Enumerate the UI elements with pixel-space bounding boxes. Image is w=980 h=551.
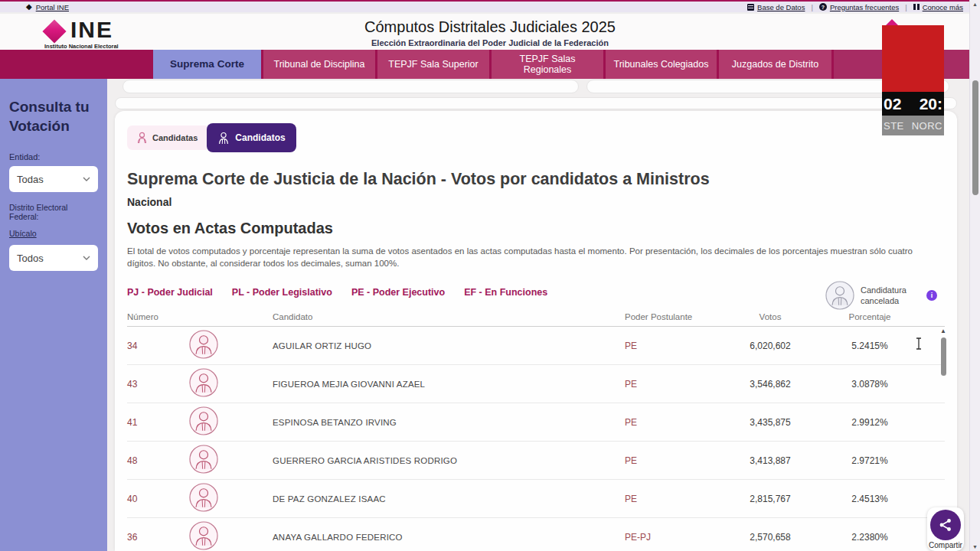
portal-diamond-icon: ◆ bbox=[26, 3, 32, 11]
row-numero: 34 bbox=[127, 341, 158, 351]
row-numero: 41 bbox=[127, 417, 158, 428]
table-header-row: Número Candidato Poder Postulante Votos … bbox=[127, 307, 945, 327]
conoce-mas-label[interactable]: Conoce más bbox=[923, 3, 963, 11]
share-widget: Compartir bbox=[927, 507, 964, 551]
tab-tepjf-sala-superior[interactable]: TEPJF Sala Superior bbox=[377, 50, 489, 79]
page-title: Suprema Corte de Justicia de la Nación -… bbox=[127, 170, 945, 189]
base-de-datos-label[interactable]: Base de Datos bbox=[757, 3, 805, 11]
row-candidato: ESPINOSA BETANZO IRVING bbox=[273, 418, 617, 427]
table-scrollbar[interactable] bbox=[941, 337, 946, 376]
main-nav: Suprema Corte Tribunal de Disciplina TEP… bbox=[0, 50, 980, 79]
entidad-label: Entidad: bbox=[9, 152, 98, 161]
row-poder: PE-PJ bbox=[617, 532, 717, 543]
row-votos: 6,020,602 bbox=[717, 341, 824, 351]
table-row[interactable]: 41 ESPINOSA BETANZO IRVING PE 3,435,875 … bbox=[127, 403, 945, 442]
site-subtitle: Elección Extraordinaria del Poder Judici… bbox=[0, 38, 980, 47]
separator: | bbox=[905, 3, 906, 11]
preguntas-frecuentes-link[interactable]: ? Preguntas frecuentes bbox=[819, 3, 899, 11]
partial-card bbox=[122, 80, 579, 93]
row-candidato: AGUILAR ORTIZ HUGO bbox=[273, 341, 617, 350]
female-person-icon bbox=[136, 132, 148, 144]
page-scrollbar-thumb[interactable] bbox=[972, 80, 978, 195]
table-row[interactable]: 40 DE PAZ GONZALEZ ISAAC PE 2,815,767 2.… bbox=[127, 480, 945, 518]
row-porcentaje: 2.2380% bbox=[824, 532, 916, 543]
ticker-triangle-icon bbox=[886, 19, 898, 25]
share-button[interactable] bbox=[930, 510, 961, 540]
ine-logo-subtext: Instituto Nacional Electoral bbox=[44, 43, 119, 50]
candidate-avatar-icon bbox=[189, 483, 218, 512]
top-utility-bar: ◆ Portal INE Base de Datos | ? Preguntas… bbox=[0, 0, 980, 12]
entidad-value: Todas bbox=[17, 174, 44, 185]
tab-juzgados-distrito[interactable]: Juzgados de Distrito bbox=[719, 50, 831, 79]
page-header: INE Instituto Nacional Electoral Cómputo… bbox=[0, 14, 980, 50]
col-votos: Votos bbox=[717, 312, 824, 321]
scope-label: Nacional bbox=[127, 196, 945, 208]
video-icon bbox=[913, 4, 920, 10]
row-candidato: GUERRERO GARCIA ARISTIDES RODRIGO bbox=[273, 456, 617, 465]
table-row[interactable]: 34 AGUILAR ORTIZ HUGO PE 6,020,602 5.241… bbox=[127, 327, 945, 365]
portal-ine-link[interactable]: ◆ Portal INE bbox=[26, 3, 69, 11]
distrito-value: Todos bbox=[17, 253, 44, 264]
candidatos-label: Candidatos bbox=[235, 132, 285, 143]
candidatas-button[interactable]: Candidatas bbox=[127, 126, 207, 150]
row-numero: 36 bbox=[127, 532, 158, 543]
table-row[interactable]: 48 GUERRERO GARCIA ARISTIDES RODRIGO PE … bbox=[127, 442, 945, 480]
share-icon bbox=[938, 517, 953, 533]
candidate-avatar-icon bbox=[189, 368, 218, 397]
site-title: Cómputos Distritales Judiciales 2025 bbox=[0, 18, 980, 36]
info-icon[interactable]: i bbox=[926, 290, 937, 301]
row-numero: 43 bbox=[127, 379, 158, 390]
row-poder: PE bbox=[617, 455, 717, 466]
preguntas-frecuentes-label[interactable]: Preguntas frecuentes bbox=[830, 3, 899, 11]
gender-toggle: Candidatas Candidatos bbox=[127, 122, 945, 153]
row-numero: 40 bbox=[127, 494, 158, 504]
poder-legend: PJ - Poder Judicial PL - Poder Legislati… bbox=[127, 287, 945, 298]
partial-card bbox=[115, 97, 957, 109]
row-porcentaje: 2.4513% bbox=[824, 494, 916, 504]
row-poder: PE bbox=[617, 417, 717, 428]
row-candidato: ANAYA GALLARDO FEDERICO bbox=[273, 533, 617, 542]
cancelled-candidacy-badge: Candidatura cancelada i bbox=[825, 281, 937, 310]
ticker-region-left: STE bbox=[884, 120, 904, 132]
ticker-region-right: NORC bbox=[912, 120, 942, 132]
legend-pj: PJ - Poder Judicial bbox=[127, 287, 213, 298]
candidate-avatar-icon bbox=[189, 406, 218, 435]
tab-tribunal-disciplina[interactable]: Tribunal de Disciplina bbox=[263, 50, 375, 79]
row-candidato: FIGUEROA MEJIA GIOVANNI AZAEL bbox=[273, 380, 617, 389]
row-candidato: DE PAZ GONZALEZ ISAAC bbox=[273, 494, 617, 504]
table-row[interactable]: 43 FIGUEROA MEJIA GIOVANNI AZAEL PE 3,54… bbox=[127, 365, 945, 403]
row-poder: PE bbox=[617, 341, 717, 351]
distrito-select[interactable]: Todos bbox=[9, 245, 98, 271]
description-text: El total de votos computados y porcentaj… bbox=[127, 245, 943, 269]
row-votos: 2,815,767 bbox=[717, 494, 824, 504]
col-numero: Número bbox=[127, 312, 158, 321]
row-porcentaje: 2.9912% bbox=[824, 417, 916, 428]
tab-suprema-corte[interactable]: Suprema Corte bbox=[153, 50, 261, 79]
base-de-datos-link[interactable]: Base de Datos bbox=[747, 3, 805, 11]
row-porcentaje: 3.0878% bbox=[824, 379, 916, 390]
ubicalo-link[interactable]: Ubícalo bbox=[9, 229, 37, 238]
candidatas-label: Candidatas bbox=[152, 133, 198, 142]
main-content-area: Candidatas Candidatos Suprema Corte de J… bbox=[107, 79, 969, 551]
candidatos-button[interactable]: Candidatos bbox=[207, 123, 296, 152]
ticker-region-row: STE NORC bbox=[882, 116, 944, 135]
tab-tribunales-colegiados[interactable]: Tribunales Colegiados bbox=[606, 50, 717, 79]
ticker-value-left: 02 bbox=[884, 95, 901, 113]
candidate-avatar-icon bbox=[189, 521, 218, 550]
legend-ef: EF - En Funciones bbox=[464, 287, 547, 298]
row-votos: 3,413,887 bbox=[717, 455, 824, 466]
scroll-down-icon[interactable]: ▼ bbox=[972, 544, 978, 549]
portal-ine-link-label[interactable]: Portal INE bbox=[36, 3, 69, 11]
table-scroll-up-icon[interactable]: ▲ bbox=[940, 328, 946, 334]
male-person-icon bbox=[217, 132, 230, 145]
page-scrollbar[interactable]: ▲ ▼ bbox=[969, 0, 980, 551]
database-icon bbox=[747, 4, 754, 11]
scroll-up-icon[interactable]: ▲ bbox=[972, 2, 978, 7]
table-row[interactable]: 36 ANAYA GALLARDO FEDERICO PE-PJ 2,570,6… bbox=[127, 518, 945, 551]
entidad-select[interactable]: Todas bbox=[9, 166, 98, 192]
legend-pe: PE - Poder Ejecutivo bbox=[351, 287, 445, 298]
section-title: Votos en Actas Computadas bbox=[127, 220, 945, 237]
tab-tepjf-salas-regionales[interactable]: TEPJF Salas Regionales bbox=[492, 50, 603, 79]
ticker-value-right: 20: bbox=[920, 95, 942, 113]
conoce-mas-link[interactable]: Conoce más bbox=[913, 3, 963, 11]
